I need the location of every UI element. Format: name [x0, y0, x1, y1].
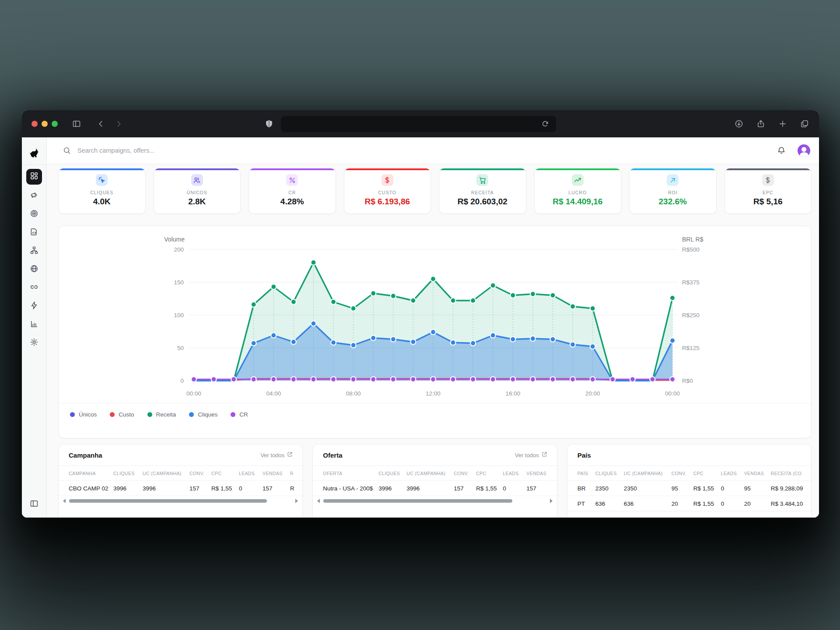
percent-icon	[286, 174, 298, 186]
sidebar-collapse-icon[interactable]	[26, 496, 42, 511]
kpi-card-únicos[interactable]: ÚNICOS2.8K	[154, 168, 241, 214]
svg-text:R$250: R$250	[682, 312, 700, 318]
bar-chart-icon	[30, 319, 38, 330]
chart-legend: ÚnicosCustoReceitaCliquesCR	[69, 403, 801, 418]
table-title: País	[578, 452, 591, 459]
legend-item-receita[interactable]: Receita	[147, 411, 176, 418]
kpi-card-cliques[interactable]: CLIQUES4.0K	[58, 168, 146, 214]
sidebar-item-links[interactable]	[26, 280, 42, 295]
kpi-label: LUCRO	[568, 190, 587, 195]
column-header: UC (CAMPANHA)	[406, 471, 454, 476]
new-tab-icon[interactable]	[776, 117, 789, 130]
sidebar-item-templates[interactable]	[26, 225, 42, 240]
share-icon[interactable]	[754, 117, 767, 130]
link-icon	[30, 283, 38, 293]
kpi-card-cr[interactable]: CR4.28%	[248, 168, 336, 214]
sidebar-item-dashboard[interactable]	[26, 169, 42, 185]
table-row[interactable]: PT63663620R$ 1,55020R$ 3.484,10	[567, 496, 811, 511]
reload-icon[interactable]	[539, 117, 552, 130]
table-cell: 157	[189, 485, 211, 492]
sidebar-item-offers[interactable]	[26, 207, 42, 221]
sidebar-item-settings[interactable]	[26, 336, 42, 350]
table-cell: 636	[595, 500, 624, 507]
sidebar-item-automation[interactable]	[26, 299, 42, 313]
scroll-right-arrow[interactable]	[295, 499, 298, 503]
svg-text:0: 0	[180, 378, 184, 384]
globe-icon	[30, 264, 38, 275]
kpi-card-roi[interactable]: ROI232.6%	[629, 168, 717, 214]
legend-item-custo[interactable]: Custo	[110, 411, 134, 418]
table-row[interactable]: BR2350235095R$ 1,55095R$ 9.288,09	[567, 481, 811, 496]
column-header: CLIQUES	[378, 471, 406, 476]
kpi-value: 232.6%	[659, 197, 687, 206]
kpi-accent-bar	[59, 168, 145, 170]
svg-text:Volume: Volume	[164, 236, 185, 243]
privacy-shield-icon[interactable]	[262, 117, 276, 130]
horizontal-scrollbar[interactable]	[313, 496, 556, 503]
legend-dot	[110, 412, 115, 417]
downloads-icon[interactable]	[732, 117, 746, 130]
legend-dot	[231, 412, 235, 417]
table-cell: 3996	[406, 485, 454, 492]
scrollbar-thumb[interactable]	[69, 499, 267, 503]
table-row[interactable]: Nutra - USA - 200$39963996157R$ 1,550157	[313, 481, 556, 496]
tab-overview-icon[interactable]	[798, 117, 811, 130]
sidebar-toggle-icon[interactable]	[70, 117, 83, 130]
table-cell: 157	[454, 485, 476, 492]
scroll-right-arrow[interactable]	[550, 499, 553, 503]
sidebar-item-domains[interactable]	[26, 262, 42, 276]
table-cell: R$ 1,55	[211, 485, 239, 492]
back-icon[interactable]	[94, 117, 108, 130]
table-cell: 157	[526, 485, 556, 492]
address-bar[interactable]	[281, 116, 556, 132]
dog-logo[interactable]	[28, 144, 40, 164]
forward-icon[interactable]	[112, 117, 125, 130]
legend-label: Únicos	[79, 411, 97, 418]
legend-item-cliques[interactable]: Cliques	[189, 411, 217, 418]
column-header: CPC	[211, 471, 239, 476]
svg-text:BRL R$: BRL R$	[682, 236, 704, 243]
scroll-left-arrow[interactable]	[63, 499, 66, 503]
table-cell: 157	[262, 485, 290, 492]
table-cell: R$ 1,55	[693, 485, 721, 492]
legend-item-únicos[interactable]: Únicos	[70, 411, 97, 418]
users-icon	[191, 174, 203, 186]
scrollbar-thumb[interactable]	[323, 499, 512, 503]
kpi-card-lucro[interactable]: LUCROR$ 14.409,16	[534, 168, 622, 214]
scroll-left-arrow[interactable]	[317, 499, 320, 503]
grid-icon	[30, 172, 38, 182]
zap-icon	[30, 301, 38, 312]
svg-text:R$500: R$500	[682, 246, 700, 253]
table-cell: 2350	[624, 485, 672, 492]
table-header-row: OFERTACLIQUESUC (CAMPANHA)CONV.CPCLEADSV…	[313, 466, 556, 481]
ver-todos-link[interactable]: Ver todos	[515, 452, 547, 458]
minimize-window-button[interactable]	[42, 121, 48, 127]
table-row[interactable]: CBO CAMP 0239963996157R$ 1,550157R	[59, 481, 302, 496]
sidebar-item-campaigns[interactable]	[26, 189, 42, 203]
kpi-label: ROI	[668, 190, 678, 195]
horizontal-scrollbar[interactable]	[59, 496, 302, 503]
traffic-chart[interactable]: 0R$050R$125100R$250150R$375200R$500Volum…	[69, 231, 812, 400]
legend-item-cr[interactable]: CR	[231, 411, 248, 418]
zoom-window-button[interactable]	[52, 121, 58, 127]
kpi-card-receita[interactable]: RECEITAR$ 20.603,02	[439, 168, 526, 214]
ver-todos-link[interactable]: Ver todos	[260, 452, 293, 458]
column-header: CPC	[476, 471, 503, 476]
search-input[interactable]: Search campaigns, offers...	[63, 146, 775, 155]
table-title: Campanha	[69, 452, 102, 459]
kpi-card-epc[interactable]: EPCR$ 5,16	[724, 168, 812, 214]
kpi-card-custo[interactable]: CUSTOR$ 6.193,86	[344, 168, 431, 214]
column-header: LEADS	[503, 471, 526, 476]
svg-text:12:00: 12:00	[426, 390, 441, 397]
svg-text:50: 50	[177, 345, 184, 351]
sidebar-item-analytics[interactable]	[26, 317, 42, 332]
column-header: CPC	[693, 471, 721, 476]
column-header: CLIQUES	[595, 471, 624, 476]
avatar[interactable]	[798, 144, 810, 157]
legend-label: Receita	[156, 411, 176, 418]
close-window-button[interactable]	[32, 121, 38, 127]
table-cell: 95	[744, 485, 771, 492]
bell-icon[interactable]	[775, 144, 788, 157]
sidebar-item-flows[interactable]	[26, 244, 42, 258]
kpi-accent-bar	[535, 168, 621, 170]
